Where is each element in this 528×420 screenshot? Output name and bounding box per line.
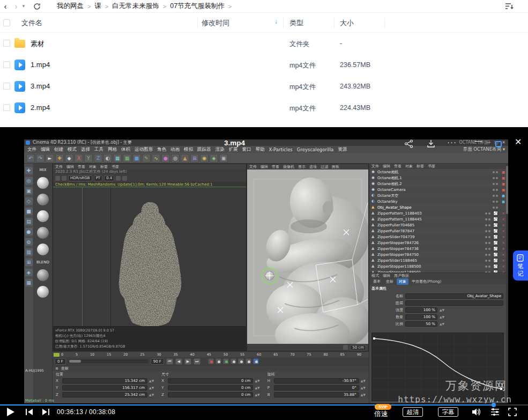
panel-scrollbar[interactable] [506, 164, 508, 403]
coord-field[interactable]: 156.317 cm [62, 385, 147, 390]
c4d-tool-icon[interactable]: ■ [132, 154, 141, 163]
material-sphere[interactable] [37, 244, 49, 255]
viewport-menu-item[interactable]: 显示 [298, 164, 306, 170]
c4d-tool-icon[interactable]: ↷ [36, 154, 44, 163]
object-row[interactable]: ZipperStopper784750 [369, 252, 506, 257]
c4d-mode-icon[interactable]: ▥ [25, 248, 33, 256]
tab-coords[interactable]: 坐标 [384, 278, 396, 285]
visibility-dots[interactable] [485, 218, 490, 220]
tab-basic[interactable]: 基本 [371, 278, 383, 285]
file-row[interactable]: 1.mp4 mp4文件 236.57MB [0, 54, 528, 76]
visibility-dots[interactable] [485, 224, 490, 226]
object-tag-icon[interactable] [501, 210, 506, 216]
c4d-mode-icon[interactable]: ◍ [25, 238, 33, 246]
visibility-dots[interactable] [485, 254, 490, 256]
c4d-menu-item[interactable]: 动画 [170, 146, 180, 153]
viewport-menu-item[interactable]: 文件 [249, 164, 257, 170]
c4d-menu-item[interactable]: 模拟 [184, 146, 193, 153]
coord-field[interactable]: 0 cm [168, 385, 253, 390]
object-name[interactable]: OctaneCamera [377, 188, 491, 192]
file-name[interactable]: 素材 [31, 39, 44, 49]
c4d-menu-item[interactable]: 角色 [157, 146, 166, 153]
mini-player-icon[interactable] [495, 141, 502, 147]
object-manager-menu-item[interactable]: 编辑 [383, 164, 390, 169]
frame-start-field[interactable]: 0 F [55, 358, 66, 365]
c4d-tool-icon[interactable]: ◉ [200, 154, 209, 163]
viewport-menu-item[interactable]: 选项 [309, 164, 317, 170]
field-value[interactable]: Obj_Avatar_Shape [405, 293, 503, 299]
coord-field[interactable]: 25.342 cm [62, 392, 147, 397]
object-tag-icon[interactable] [501, 187, 506, 193]
object-name[interactable]: OctaneSky [377, 200, 491, 204]
key-position-button[interactable] [215, 358, 221, 364]
solo-button[interactable] [253, 358, 259, 364]
visibility-dots[interactable] [485, 230, 490, 232]
visibility-dots[interactable] [485, 248, 490, 250]
viewer-menu-item[interactable]: 查看 [78, 164, 85, 170]
object-tag-icon[interactable] [501, 246, 506, 252]
object-tag-icon[interactable] [501, 222, 506, 228]
stepper-icon[interactable]: ▲▼ [440, 308, 444, 312]
step-back-button[interactable]: ◀ [175, 358, 182, 365]
coord-field[interactable]: -30.97° [274, 378, 359, 384]
visibility-dots[interactable] [493, 171, 498, 173]
field-value[interactable]: 100 % [405, 314, 437, 320]
object-row[interactable]: ZipperSlider1188465 [369, 257, 506, 263]
viewport-menu-item[interactable]: 摄像机 [283, 164, 294, 170]
c4d-menu-item[interactable]: 窗口 [242, 146, 251, 153]
file-row[interactable]: 3.mp4 mp4文件 243.92MB [0, 76, 528, 97]
column-header-size[interactable]: 大小 [340, 18, 354, 28]
c4d-tool-icon[interactable]: Z [94, 154, 102, 163]
attribute-menu-item[interactable]: 用户数据 [394, 273, 409, 278]
object-name[interactable]: Octane相机 [377, 170, 491, 175]
breadcrumb-item[interactable]: 白无常未来服饰 [112, 2, 159, 11]
file-name[interactable]: 2.mp4 [31, 104, 50, 112]
go-end-button[interactable]: ⏭ [194, 358, 200, 365]
timeline-playhead[interactable] [54, 353, 60, 357]
c4d-menu-item[interactable]: 选择 [81, 146, 90, 153]
visibility-dots[interactable] [485, 236, 490, 238]
object-name[interactable]: ZipperPattern_1188445 [377, 217, 484, 222]
visibility-dots[interactable] [485, 260, 490, 262]
object-tag-icon[interactable] [501, 263, 506, 269]
visibility-dots[interactable] [485, 212, 490, 215]
visibility-dots[interactable] [485, 242, 490, 244]
stepper-icon[interactable]: ▲▼ [440, 322, 444, 326]
object-tag-icon[interactable] [501, 193, 506, 198]
viewer-menu-item[interactable]: 对象 [89, 164, 96, 170]
c4d-mode-icon[interactable]: ▦ [25, 279, 33, 286]
octane-tool-icon[interactable] [55, 176, 60, 181]
c4d-mode-icon[interactable]: ◎ [25, 177, 33, 185]
c4d-tool-icon[interactable]: ⊞ [190, 154, 199, 163]
c4d-layout-select[interactable]: 界面 OCTANE布局 ▾ [463, 146, 505, 153]
object-row[interactable]: Octane相机 [369, 169, 506, 175]
c4d-tool-icon[interactable]: X [75, 154, 83, 163]
breadcrumb-item[interactable]: 我的网盘 [57, 2, 84, 11]
share-icon[interactable] [404, 139, 414, 148]
playback-speed-button[interactable]: 倍速 [374, 409, 388, 419]
c4d-tool-icon[interactable]: ◈ [210, 154, 218, 163]
visibility-dots[interactable] [493, 189, 498, 191]
subt itle-button[interactable]: 字幕 [438, 407, 458, 417]
object-name[interactable]: ZipperPuller704685 [377, 223, 484, 227]
object-row[interactable]: Obj_Avatar_Shape [369, 204, 506, 210]
material-swatch[interactable] [493, 211, 498, 216]
c4d-mode-icon[interactable]: ◈ [25, 269, 33, 276]
row-checkbox[interactable] [3, 40, 10, 47]
material-swatch[interactable] [493, 240, 498, 245]
viewport-menu-item[interactable]: 面板 [332, 164, 339, 170]
minimize-icon[interactable]: — [475, 137, 482, 145]
coord-field[interactable]: 0° [274, 385, 359, 390]
back-icon[interactable]: ‹ [0, 0, 11, 13]
object-row[interactable]: ZipperPattern_1188445 [369, 216, 506, 222]
visibility-dots[interactable] [493, 207, 498, 209]
file-name[interactable]: 3.mp4 [31, 82, 50, 90]
object-tag-icon[interactable] [501, 240, 506, 246]
visibility-dots[interactable] [493, 201, 498, 203]
visibility-dots[interactable] [493, 183, 498, 185]
panel-menu-icon[interactable]: ≡ [55, 366, 58, 371]
attribute-menu-item[interactable]: 编辑 [383, 273, 390, 278]
material-swatch[interactable] [493, 234, 498, 239]
viewer-menu-item[interactable]: 书签 [111, 164, 119, 170]
field-value[interactable]: 50 % [405, 321, 437, 327]
